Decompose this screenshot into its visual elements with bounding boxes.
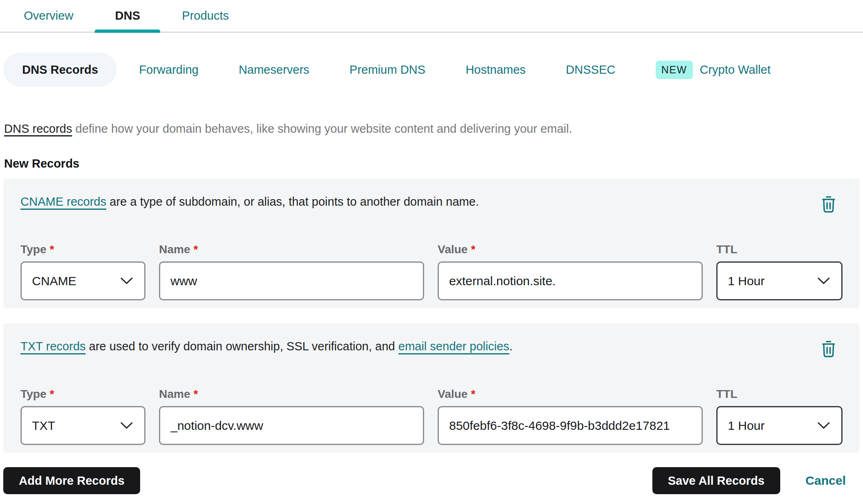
- chevron-down-icon: [818, 277, 830, 284]
- cname-type-value: CNAME: [32, 274, 76, 288]
- save-all-records-button[interactable]: Save All Records: [652, 467, 780, 494]
- txt-ttl-select[interactable]: 1 Hour: [716, 406, 843, 445]
- txt-ttl-field: TTL 1 Hour: [716, 388, 843, 445]
- new-badge: NEW: [656, 61, 693, 79]
- value-label: Value*: [438, 388, 703, 400]
- delete-cname-record-button[interactable]: [820, 196, 837, 214]
- card-top-row: TXT records are used to verify domain ow…: [20, 339, 843, 359]
- cname-ttl-value: 1 Hour: [728, 274, 765, 288]
- required-asterisk: *: [193, 388, 198, 400]
- cname-name-field: Name*: [159, 243, 424, 300]
- subtab-dns-records[interactable]: DNS Records: [3, 52, 117, 87]
- cname-ttl-field: TTL 1 Hour: [716, 243, 843, 300]
- dns-intro-text: DNS records define how your domain behav…: [4, 121, 863, 136]
- chevron-down-icon: [818, 422, 830, 429]
- dns-records-link[interactable]: DNS records: [4, 122, 72, 135]
- subtab-forwarding[interactable]: Forwarding: [139, 63, 198, 77]
- actions-right-group: Save All Records Cancel: [652, 467, 846, 494]
- add-more-records-button[interactable]: Add More Records: [3, 467, 140, 494]
- txt-value-input[interactable]: [438, 406, 703, 445]
- ttl-label: TTL: [716, 243, 843, 256]
- subtab-dnssec[interactable]: DNSSEC: [566, 63, 615, 77]
- trash-icon: [820, 196, 837, 214]
- actions-bar: Add More Records Save All Records Cancel: [3, 467, 846, 494]
- delete-txt-record-button[interactable]: [820, 341, 837, 359]
- name-label: Name*: [159, 388, 424, 400]
- tab-overview[interactable]: Overview: [24, 0, 73, 32]
- record-card-txt: TXT records are used to verify domain ow…: [3, 323, 860, 453]
- txt-description-end: .: [509, 340, 513, 353]
- name-label: Name*: [159, 243, 424, 256]
- required-asterisk: *: [471, 388, 475, 400]
- dns-subtabs: DNS Records Forwarding Nameservers Premi…: [3, 52, 863, 87]
- chevron-down-icon: [120, 422, 133, 429]
- required-asterisk: *: [50, 388, 54, 400]
- cname-type-select[interactable]: CNAME: [20, 261, 145, 300]
- tab-products[interactable]: Products: [182, 0, 229, 32]
- record-card-cname: CNAME records are a type of subdomain, o…: [3, 179, 860, 308]
- subtab-premium-dns[interactable]: Premium DNS: [350, 63, 425, 77]
- cname-name-input[interactable]: [159, 261, 424, 300]
- value-label: Value*: [438, 243, 703, 256]
- cname-records-link[interactable]: CNAME records: [20, 195, 107, 208]
- required-asterisk: *: [50, 243, 54, 256]
- cname-type-field: Type* CNAME: [20, 243, 145, 300]
- email-sender-policies-link[interactable]: email sender policies: [398, 340, 509, 353]
- txt-value-field: Value*: [438, 388, 703, 445]
- txt-type-field: Type* TXT: [20, 388, 145, 445]
- dns-management-page: Overview DNS Products DNS Records Forwar…: [0, 0, 863, 504]
- txt-name-input[interactable]: [159, 406, 424, 445]
- txt-name-field: Name*: [159, 388, 424, 445]
- txt-fields-row: Type* TXT Name* Value* TTL 1 Hour: [20, 388, 843, 445]
- txt-ttl-value: 1 Hour: [728, 419, 765, 433]
- ttl-label: TTL: [716, 388, 843, 400]
- dns-intro-rest: define how your domain behaves, like sho…: [72, 122, 572, 135]
- required-asterisk: *: [471, 243, 475, 256]
- cancel-link[interactable]: Cancel: [806, 474, 846, 488]
- txt-records-link[interactable]: TXT records: [20, 340, 86, 353]
- cname-value-input[interactable]: [438, 261, 703, 300]
- txt-type-select[interactable]: TXT: [20, 406, 145, 445]
- subtab-crypto-wallet[interactable]: NEW Crypto Wallet: [656, 61, 771, 79]
- txt-type-value: TXT: [32, 419, 55, 433]
- card-top-row: CNAME records are a type of subdomain, o…: [20, 194, 843, 214]
- new-records-heading: New Records: [4, 157, 863, 170]
- subtab-crypto-wallet-label: Crypto Wallet: [700, 63, 771, 77]
- subtab-hostnames[interactable]: Hostnames: [466, 63, 526, 77]
- txt-description: TXT records are used to verify domain ow…: [20, 339, 513, 354]
- cname-fields-row: Type* CNAME Name* Value* TTL 1 Hou: [20, 243, 843, 300]
- domain-tabbar: Overview DNS Products: [0, 0, 863, 33]
- type-label: Type*: [20, 243, 145, 256]
- subtab-nameservers[interactable]: Nameservers: [238, 63, 309, 77]
- chevron-down-icon: [120, 277, 133, 284]
- type-label: Type*: [20, 388, 145, 400]
- cname-description: CNAME records are a type of subdomain, o…: [20, 194, 479, 209]
- cname-description-rest: are a type of subdomain, or alias, that …: [107, 195, 479, 208]
- cname-value-field: Value*: [438, 243, 703, 300]
- tab-dns[interactable]: DNS: [115, 0, 140, 32]
- txt-description-mid: are used to verify domain ownership, SSL…: [86, 340, 398, 353]
- cname-ttl-select[interactable]: 1 Hour: [716, 261, 843, 300]
- required-asterisk: *: [193, 243, 198, 256]
- trash-icon: [820, 341, 837, 359]
